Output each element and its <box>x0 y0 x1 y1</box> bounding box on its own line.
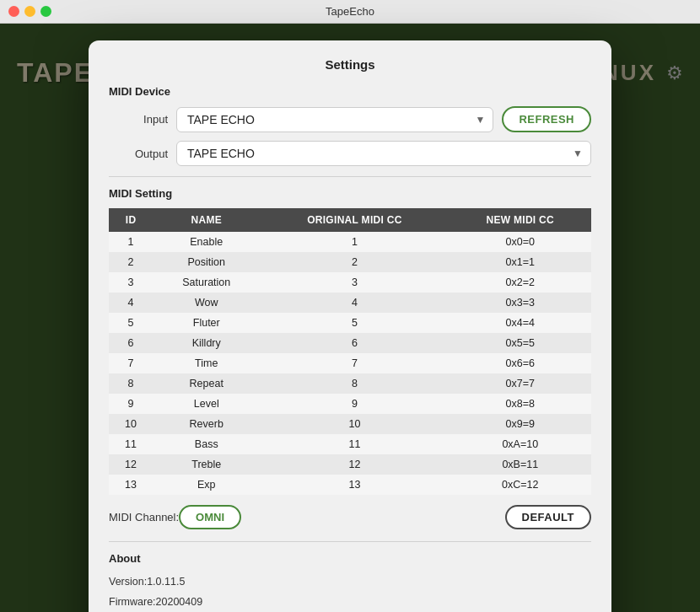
cell-id: 12 <box>109 454 153 475</box>
table-row: 2Position20x1=1 <box>109 252 591 272</box>
cell-id: 3 <box>109 272 153 293</box>
table-row: 1Enable10x0=0 <box>109 232 591 252</box>
input-row: Input TAPE ECHO ▼ REFRESH <box>109 106 591 132</box>
title-bar: TapeEcho <box>0 0 700 24</box>
cell-name: Reverb <box>153 414 260 434</box>
cell-new_cc: 0x0=0 <box>450 232 592 252</box>
output-label: Output <box>109 148 168 160</box>
cell-new_cc: 0x2=2 <box>450 272 592 293</box>
cell-original: 6 <box>260 333 449 353</box>
cell-name: Enable <box>153 232 260 252</box>
table-header-row: ID NAME ORIGINAL MIDI CC NEW MIDI CC <box>109 208 591 232</box>
cell-original: 9 <box>260 394 449 414</box>
about-label: About <box>109 552 591 565</box>
cell-name: Time <box>153 353 260 373</box>
cell-name: Saturation <box>153 272 260 293</box>
table-row: 8Repeat80x7=7 <box>109 373 591 394</box>
table-header: ID NAME ORIGINAL MIDI CC NEW MIDI CC <box>109 208 591 232</box>
cell-name: Level <box>153 394 260 414</box>
table-row: 4Wow40x3=3 <box>109 293 591 313</box>
midi-setting-label: MIDI Setting <box>109 187 591 200</box>
cell-original: 2 <box>260 252 449 272</box>
table-row: 7Time70x6=6 <box>109 353 591 373</box>
firmware-text: Firmware:20200409 <box>109 593 591 610</box>
table-row: 5Fluter50x4=4 <box>109 313 591 333</box>
cell-id: 6 <box>109 333 153 353</box>
cell-id: 9 <box>109 394 153 414</box>
cell-id: 5 <box>109 313 153 333</box>
cell-original: 13 <box>260 475 449 495</box>
cell-id: 11 <box>109 434 153 454</box>
cell-name: Treble <box>153 454 260 475</box>
version-text: Version:1.0.11.5 <box>109 573 591 590</box>
output-select-wrapper: TAPE ECHO ▼ <box>176 141 591 166</box>
cell-name: Wow <box>153 293 260 313</box>
cell-original: 11 <box>260 434 449 454</box>
cell-original: 4 <box>260 293 449 313</box>
midi-table: ID NAME ORIGINAL MIDI CC NEW MIDI CC 1En… <box>109 208 591 495</box>
cell-original: 8 <box>260 373 449 394</box>
cell-name: Killdry <box>153 333 260 353</box>
output-row: Output TAPE ECHO ▼ <box>109 141 591 166</box>
table-row: 10Reverb100x9=9 <box>109 414 591 434</box>
table-row: 3Saturation30x2=2 <box>109 272 591 293</box>
cell-id: 1 <box>109 232 153 252</box>
table-row: 13Exp130xC=12 <box>109 475 591 495</box>
input-select[interactable]: TAPE ECHO <box>176 107 493 132</box>
cell-id: 4 <box>109 293 153 313</box>
cell-id: 8 <box>109 373 153 394</box>
minimize-button[interactable] <box>24 6 35 17</box>
cell-original: 12 <box>260 454 449 475</box>
modal-title: Settings <box>109 57 591 72</box>
col-new: NEW MIDI CC <box>450 208 592 232</box>
cell-name: Fluter <box>153 313 260 333</box>
cell-original: 5 <box>260 313 449 333</box>
cell-new_cc: 0x1=1 <box>450 252 592 272</box>
cell-new_cc: 0x5=5 <box>450 333 592 353</box>
cell-new_cc: 0xA=10 <box>450 434 592 454</box>
omni-button[interactable]: OMNI <box>179 505 241 529</box>
input-select-wrapper: TAPE ECHO ▼ <box>176 107 493 132</box>
input-label: Input <box>109 113 168 126</box>
cell-new_cc: 0x3=3 <box>450 293 592 313</box>
cell-new_cc: 0x4=4 <box>450 313 592 333</box>
table-row: 11Bass110xA=10 <box>109 434 591 454</box>
divider-1 <box>109 176 591 177</box>
maximize-button[interactable] <box>40 6 51 17</box>
cell-name: Repeat <box>153 373 260 394</box>
refresh-button[interactable]: REFRESH <box>502 106 591 132</box>
cell-new_cc: 0x7=7 <box>450 373 592 394</box>
midi-device-label: MIDI Device <box>109 85 591 98</box>
col-name: NAME <box>153 208 260 232</box>
cell-id: 7 <box>109 353 153 373</box>
window-controls[interactable] <box>8 6 51 17</box>
table-row: 12Treble120xB=11 <box>109 454 591 475</box>
cell-id: 13 <box>109 475 153 495</box>
channel-label: MIDI Channel: <box>109 511 179 523</box>
cell-name: Bass <box>153 434 260 454</box>
table-row: 9Level90x8=8 <box>109 394 591 414</box>
channel-row: MIDI Channel: OMNI DEFAULT <box>109 505 591 529</box>
window-title: TapeEcho <box>326 5 374 18</box>
modal-overlay: Settings MIDI Device Input TAPE ECHO ▼ R… <box>0 24 700 612</box>
cell-original: 10 <box>260 414 449 434</box>
col-id: ID <box>109 208 153 232</box>
table-row: 6Killdry60x5=5 <box>109 333 591 353</box>
default-button[interactable]: DEFAULT <box>505 505 591 529</box>
cell-new_cc: 0xB=11 <box>450 454 592 475</box>
cell-name: Position <box>153 252 260 272</box>
settings-modal: Settings MIDI Device Input TAPE ECHO ▼ R… <box>89 40 611 612</box>
table-body: 1Enable10x0=02Position20x1=13Saturation3… <box>109 232 591 495</box>
cell-id: 2 <box>109 252 153 272</box>
cell-new_cc: 0x9=9 <box>450 414 592 434</box>
output-select[interactable]: TAPE ECHO <box>176 141 591 166</box>
about-section: About Version:1.0.11.5 Firmware:20200409 <box>109 552 591 610</box>
cell-new_cc: 0x8=8 <box>450 394 592 414</box>
col-original: ORIGINAL MIDI CC <box>260 208 449 232</box>
cell-original: 3 <box>260 272 449 293</box>
cell-original: 7 <box>260 353 449 373</box>
cell-original: 1 <box>260 232 449 252</box>
cell-name: Exp <box>153 475 260 495</box>
close-button[interactable] <box>8 6 19 17</box>
cell-new_cc: 0x6=6 <box>450 353 592 373</box>
